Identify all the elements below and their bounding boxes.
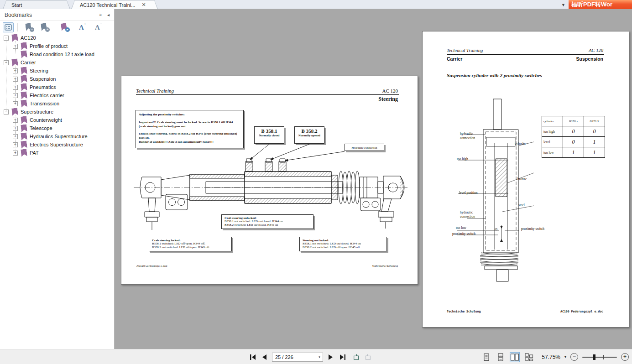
font-decrease-icon[interactable]: A− xyxy=(95,23,102,31)
tab-start-label: Start xyxy=(11,2,22,8)
header-rule xyxy=(136,94,399,95)
tree-connector xyxy=(6,40,6,111)
panel-collapse-icon[interactable]: ◂ xyxy=(107,12,110,17)
bookmark-flag-icon xyxy=(21,50,27,58)
proximity-switch-table: cylinderB370.xB370.Xtoo high00level01too… xyxy=(542,116,605,158)
continuous-view-icon[interactable] xyxy=(496,352,506,362)
bookmark-item[interactable]: −AC120 xyxy=(0,34,114,42)
tab-start[interactable]: Start xyxy=(3,0,70,9)
zoom-in-button[interactable]: + xyxy=(621,353,629,361)
single-page-view-icon[interactable] xyxy=(481,352,491,362)
bookmark-label[interactable]: Suspension xyxy=(30,76,56,82)
bookmark-label[interactable]: AC120 xyxy=(21,35,36,41)
page2-model: AC 120 xyxy=(589,48,603,53)
zoom-slider-center-tick xyxy=(603,355,604,359)
page-number-input[interactable]: 25 / 226 ▾ xyxy=(272,353,323,362)
table-header-cell: cylinder xyxy=(542,116,563,126)
options-list-icon[interactable] xyxy=(3,22,14,32)
bookmark-flag-icon xyxy=(21,67,27,74)
zoom-out-button[interactable]: − xyxy=(570,353,578,361)
label-proximity-switch-left: proximity switch xyxy=(452,232,475,236)
bookmark-label[interactable]: Hydraulics Superstructure xyxy=(30,134,88,139)
delete-bookmark-icon[interactable]: × xyxy=(24,23,34,32)
tree-connector xyxy=(15,66,16,103)
bookmark-item[interactable]: +Suspension xyxy=(0,75,114,83)
bookmark-item[interactable]: Road condition 12 t axle load xyxy=(0,50,114,58)
zoom-caret-icon[interactable]: ▾ xyxy=(564,355,566,359)
panel-expand-icon[interactable]: » xyxy=(99,12,102,17)
bookmark-item[interactable]: +Counterweight xyxy=(0,116,114,124)
box-title: Crab steering locked: xyxy=(152,239,229,242)
zoom-percentage[interactable]: 57.75% xyxy=(542,354,560,360)
page2-header-right: Suspension xyxy=(576,56,603,62)
page-number-value[interactable]: 25 / 226 xyxy=(272,354,316,360)
zoom-slider-track[interactable] xyxy=(582,357,617,358)
steering-not-locked-box: Steering not locked: B358.1 not switched… xyxy=(299,237,387,251)
status-bar: 25 / 226 ▾ 57.75% ▾ − xyxy=(0,349,632,364)
bookmark-label[interactable]: Superstructure xyxy=(21,109,53,114)
label-cylinder: cylinder xyxy=(515,142,526,146)
bookmark-label[interactable]: Road condition 12 t axle load xyxy=(30,52,94,57)
bookmark-label[interactable]: Transmission xyxy=(30,101,59,106)
bookmark-item[interactable]: +Transmission xyxy=(0,99,114,108)
bookmark-item[interactable]: +Electrics carrier xyxy=(0,91,114,99)
label-hydraulic-connection-top: hydraulic connection xyxy=(460,132,482,140)
bookmark-label[interactable]: Electrics Superstructure xyxy=(30,142,83,147)
tab-document[interactable]: AC120 Technical Traini... ✕ xyxy=(71,0,158,9)
page-combo-caret-icon[interactable]: ▾ xyxy=(316,353,323,361)
label-hydraulic-connection-bottom: hydraulic connection xyxy=(460,211,482,218)
label-proximity-switch-right: proximity switch xyxy=(521,227,544,231)
bookmark-flag-icon xyxy=(21,75,27,83)
tab-overflow-icon[interactable]: ▼ xyxy=(561,3,565,7)
bookmark-item[interactable]: −Superstructure xyxy=(0,108,114,116)
table-header-cell: B370.x xyxy=(563,116,584,126)
continuous-facing-view-icon[interactable] xyxy=(524,352,534,362)
bookmark-label[interactable]: Carrier xyxy=(21,60,36,65)
next-view-button[interactable] xyxy=(364,354,371,361)
page2-footer-left: Technische Schulung xyxy=(447,310,481,313)
bookmark-label[interactable]: Telescope xyxy=(30,125,52,131)
box-title: Steering not locked: xyxy=(303,239,384,242)
bookmark-item[interactable]: +PAT xyxy=(0,149,114,157)
next-page-button[interactable] xyxy=(327,354,334,361)
bookmarks-panel: Bookmarks » ◂ × + ▸ A+ A− −AC120+Profile… xyxy=(0,9,115,349)
table-value-cell: 0 xyxy=(584,126,605,137)
font-increase-icon[interactable]: A+ xyxy=(79,23,86,31)
document-area[interactable]: Technical Training AC 120 Steering Adjus… xyxy=(115,9,632,349)
bookmark-item[interactable]: +Profile of product xyxy=(0,42,114,50)
pdf-to-word-button[interactable]: 福昕PDF转Wor xyxy=(569,0,632,9)
label-too-high: too high xyxy=(457,157,468,161)
facing-view-icon[interactable] xyxy=(510,352,520,362)
zoom-slider[interactable] xyxy=(582,354,617,361)
bookmarks-tree: −AC120+Profile of productRoad condition … xyxy=(0,34,114,157)
expand-bookmark-icon[interactable]: ▸ xyxy=(60,23,70,32)
table-row-label: too low xyxy=(542,147,563,158)
bookmark-label[interactable]: Profile of product xyxy=(30,43,68,49)
bookmark-item[interactable]: −Carrier xyxy=(0,58,114,67)
bookmark-flag-icon xyxy=(21,140,27,148)
page1-section: Steering xyxy=(378,96,398,103)
box-title: Crab steering unlocked: xyxy=(225,216,310,219)
bookmark-item[interactable]: +Steering xyxy=(0,67,114,75)
bookmark-label[interactable]: Counterweight xyxy=(30,117,62,123)
bookmark-label[interactable]: Steering xyxy=(30,68,48,73)
add-bookmark-icon[interactable]: + xyxy=(40,23,50,32)
bookmark-item[interactable]: +Telescope xyxy=(0,124,114,132)
bookmark-flag-icon xyxy=(21,83,27,91)
previous-page-button[interactable] xyxy=(261,354,268,361)
page1-doc-type: Technical Training xyxy=(136,88,174,94)
previous-view-button[interactable] xyxy=(353,354,360,361)
zoom-slider-handle[interactable] xyxy=(593,354,595,360)
bookmark-flag-icon xyxy=(21,149,27,156)
bookmark-label[interactable]: Pneumatics xyxy=(30,84,56,90)
last-page-button[interactable] xyxy=(339,354,346,361)
bookmark-label[interactable]: PAT xyxy=(30,150,39,156)
label-level-position: level position xyxy=(459,191,478,195)
tab-document-label: AC120 Technical Traini... xyxy=(80,2,135,8)
bookmark-item[interactable]: +Electrics Superstructure xyxy=(0,140,114,149)
first-page-button[interactable] xyxy=(249,354,256,361)
bookmark-item[interactable]: +Pneumatics xyxy=(0,83,114,91)
bookmark-label[interactable]: Electrics carrier xyxy=(30,93,64,98)
tab-close-icon[interactable]: ✕ xyxy=(141,2,146,7)
bookmark-item[interactable]: +Hydraulics Superstructure xyxy=(0,132,114,140)
